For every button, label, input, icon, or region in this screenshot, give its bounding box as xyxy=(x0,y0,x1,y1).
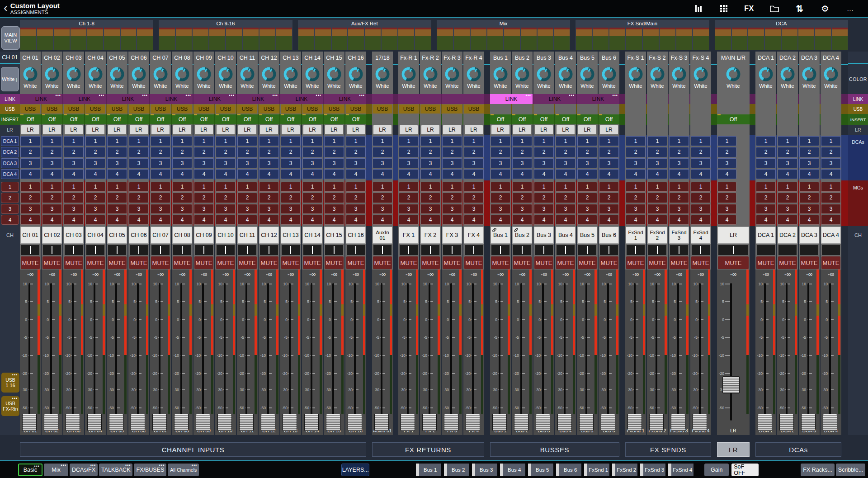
navigator-section-fx-snd-main[interactable]: FX Snd/Main xyxy=(576,20,709,50)
fader-cap-bus-3[interactable] xyxy=(536,414,550,431)
row-label-dca-2[interactable]: DCA 2 xyxy=(1,147,19,157)
color-knob-icon[interactable] xyxy=(757,65,775,83)
navigator-section-dca[interactable]: DCA xyxy=(715,20,848,50)
scribble-bus-5[interactable]: Bus 5 xyxy=(577,227,597,244)
link-bar-ch-01[interactable]: LINK••• xyxy=(20,94,62,104)
mute-group-2-fx-r-4[interactable]: 2 xyxy=(464,193,484,203)
dca-assign-3-ch-10[interactable]: 3 xyxy=(216,158,236,168)
usb-bank-usb-fx-rtn[interactable]: •••USBFX-Rtn xyxy=(1,396,19,416)
dca-assign-1-ch-02[interactable]: 1 xyxy=(42,136,62,146)
section-bar-dcas[interactable]: DCAs xyxy=(755,442,841,457)
dca-assign-2-ch-11[interactable]: 2 xyxy=(237,147,257,157)
color-knob-ch-14[interactable]: White xyxy=(302,64,323,94)
pan-indicator-fx-s-1[interactable] xyxy=(627,245,645,255)
scribble-ch-06[interactable]: CH 06 xyxy=(129,227,149,244)
row-label-mg-4[interactable]: 4 xyxy=(1,215,19,225)
lr-assign-button-ch-05[interactable]: LR xyxy=(108,125,126,134)
dca-assign-1-ch-16[interactable]: 1 xyxy=(346,136,366,146)
color-knob-icon[interactable] xyxy=(692,65,710,83)
lr-assign-button-ch-13[interactable]: LR xyxy=(282,125,300,134)
mute-group-4-fx-s-1[interactable]: 4 xyxy=(626,215,646,225)
mute-button-bus-3[interactable]: MUTE xyxy=(534,256,553,269)
mute-button-bus-1[interactable]: MUTE xyxy=(491,256,510,269)
color-knob-icon[interactable] xyxy=(443,65,461,83)
mute-button-ch-12[interactable]: MUTE xyxy=(259,256,278,269)
insert-button-ch-02[interactable]: Off xyxy=(42,114,62,124)
mute-group-3-bus-1[interactable]: 3 xyxy=(491,204,510,214)
color-knob-ch-10[interactable]: White xyxy=(215,64,236,94)
mute-group-2-ch-03[interactable]: 2 xyxy=(64,193,84,203)
mute-group-1-ch-06[interactable]: 1 xyxy=(129,182,149,192)
mute-group-3-bus-2[interactable]: 3 xyxy=(512,204,532,214)
dca-assign-3-ch-04[interactable]: 3 xyxy=(85,158,105,168)
scribble-bus-4[interactable]: Bus 4 xyxy=(556,227,576,244)
pan-indicator-bus-3[interactable] xyxy=(535,245,553,255)
pan-indicator-ch-06[interactable] xyxy=(130,245,148,255)
mute-group-1-main-l-r[interactable]: 1 xyxy=(717,182,736,192)
mute-group-4-fx-r-4[interactable]: 4 xyxy=(464,215,484,225)
mute-group-3-fx-s-2[interactable]: 3 xyxy=(647,204,667,214)
dca-assign-1-bus-5[interactable]: 1 xyxy=(577,136,597,146)
dca-assign-3-bus-5[interactable]: 3 xyxy=(577,158,597,168)
mute-group-4-17-18[interactable]: 4 xyxy=(373,215,392,225)
color-knob-ch-08[interactable]: White xyxy=(172,64,193,94)
scribble-fx-s-1[interactable]: FxSnd1 xyxy=(626,227,646,244)
dca-assign-4-ch-09[interactable]: 4 xyxy=(194,169,214,179)
dca-assign-2-fx-s-3[interactable]: 2 xyxy=(669,147,689,157)
scribble-dca-1[interactable]: DCA 1 xyxy=(756,227,776,244)
dca-assign-1-fx-s-2[interactable]: 1 xyxy=(647,136,667,146)
dca-assign-1-dca-4[interactable]: 1 xyxy=(821,136,841,146)
dca-assign-4-ch-14[interactable]: 4 xyxy=(302,169,322,179)
mute-group-2-bus-1[interactable]: 2 xyxy=(491,193,510,203)
pan-indicator-ch-13[interactable] xyxy=(282,245,300,255)
mute-group-1-ch-15[interactable]: 1 xyxy=(324,182,344,192)
usb-button-ch-14[interactable]: USB xyxy=(302,104,322,114)
section-bar-fx-sends[interactable]: FX SENDS xyxy=(625,442,711,457)
dca-assign-3-dca-2[interactable]: 3 xyxy=(778,158,797,168)
dca-assign-4-fx-r-3[interactable]: 4 xyxy=(442,169,462,179)
mute-group-4-ch-15[interactable]: 4 xyxy=(324,215,344,225)
scribble-bus-6[interactable]: Bus 6 xyxy=(599,227,619,244)
mute-group-2-ch-04[interactable]: 2 xyxy=(85,193,105,203)
color-knob-bus-4[interactable]: White xyxy=(555,64,576,94)
mute-button-dca-1[interactable]: MUTE xyxy=(756,256,775,269)
dca-assign-2-ch-08[interactable]: 2 xyxy=(172,147,192,157)
fader-cap-fx-s-4[interactable] xyxy=(693,414,707,431)
dca-assign-2-fx-r-3[interactable]: 2 xyxy=(442,147,462,157)
mute-group-1-ch-10[interactable]: 1 xyxy=(216,182,236,192)
scribble-fx-r-4[interactable]: FX 4 xyxy=(464,227,484,244)
pan-indicator-fx-r-1[interactable] xyxy=(400,245,418,255)
fader-cap-ch-09[interactable] xyxy=(196,414,210,431)
dca-assign-1-fx-r-1[interactable]: 1 xyxy=(399,136,419,146)
mute-button-ch-09[interactable]: MUTE xyxy=(194,256,213,269)
mute-group-4-dca-4[interactable]: 4 xyxy=(821,215,841,225)
mute-group-2-fx-r-1[interactable]: 2 xyxy=(399,193,419,203)
dca-assign-3-fx-s-3[interactable]: 3 xyxy=(669,158,689,168)
link-bar-bus-3[interactable]: LINK••• xyxy=(533,94,576,104)
scribble-ch-03[interactable]: CH 03 xyxy=(64,227,84,244)
mute-group-4-ch-09[interactable]: 4 xyxy=(194,215,214,225)
mute-button-fx-s-4[interactable]: MUTE xyxy=(691,256,710,269)
dca-assign-2-ch-12[interactable]: 2 xyxy=(259,147,279,157)
mute-button-ch-06[interactable]: MUTE xyxy=(129,256,148,269)
insert-button-ch-15[interactable]: Off xyxy=(324,114,344,124)
dca-assign-4-dca-1[interactable]: 4 xyxy=(756,169,776,179)
dca-assign-2-ch-02[interactable]: 2 xyxy=(42,147,62,157)
dca-assign-2-dca-2[interactable]: 2 xyxy=(778,147,797,157)
layer-tab-bus-6[interactable]: Bus 6 xyxy=(556,464,581,476)
mute-group-2-fx-r-3[interactable]: 2 xyxy=(442,193,462,203)
dca-assign-4-dca-2[interactable]: 4 xyxy=(778,169,797,179)
color-knob-icon[interactable] xyxy=(282,65,300,83)
usb-bank-usb-1-16[interactable]: •••USB1-16 xyxy=(1,373,19,393)
dca-assign-1-ch-04[interactable]: 1 xyxy=(85,136,105,146)
mute-group-1-ch-03[interactable]: 1 xyxy=(64,182,84,192)
mute-group-4-bus-1[interactable]: 4 xyxy=(491,215,510,225)
scribble-fx-r-3[interactable]: FX 3 xyxy=(442,227,462,244)
color-knob-icon[interactable] xyxy=(578,65,596,83)
mute-button-ch-10[interactable]: MUTE xyxy=(216,256,235,269)
lr-assign-button-ch-16[interactable]: LR xyxy=(347,125,365,134)
mute-group-3-fx-s-3[interactable]: 3 xyxy=(669,204,689,214)
mute-button-main-l-r[interactable]: MUTE xyxy=(718,256,749,269)
sends-on-fader-button[interactable]: SoF OFF xyxy=(731,464,759,476)
layer-tab-fxsnd-4[interactable]: FxSnd 4 xyxy=(668,464,693,476)
